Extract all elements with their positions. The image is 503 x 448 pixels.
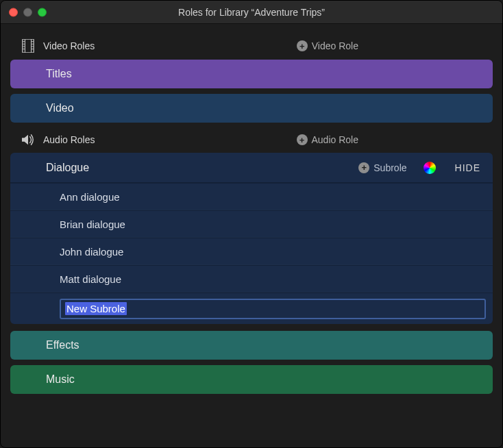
- subrole-label: Matt dialogue: [60, 273, 121, 285]
- subrole-item[interactable]: Brian dialogue: [10, 210, 493, 238]
- role-effects-label: Effects: [46, 339, 79, 351]
- window-controls: [9, 8, 47, 16]
- subrole-label: John dialogue: [60, 246, 123, 258]
- film-icon: [20, 39, 36, 53]
- add-video-role-label: Video Role: [312, 40, 358, 51]
- speaker-icon: [20, 134, 36, 146]
- add-subrole-label: Subrole: [373, 162, 406, 173]
- video-roles-header: Video Roles + Video Role: [10, 34, 493, 60]
- role-music-label: Music: [46, 373, 75, 386]
- subrole-item[interactable]: Ann dialogue: [10, 183, 493, 210]
- content-area: Video Roles + Video Role Titles Video: [1, 24, 502, 409]
- plus-icon: +: [297, 134, 308, 145]
- dialogue-name: Dialogue: [46, 162, 89, 174]
- role-color-picker[interactable]: [424, 162, 436, 174]
- audio-roles-label: Audio Roles: [43, 134, 95, 145]
- add-video-role-button[interactable]: + Video Role: [297, 40, 358, 51]
- role-effects[interactable]: Effects: [10, 331, 493, 360]
- subrole-edit-row: New Subrole: [10, 293, 493, 324]
- add-audio-role-button[interactable]: + Audio Role: [297, 134, 359, 145]
- role-titles[interactable]: Titles: [10, 60, 493, 88]
- role-music[interactable]: Music: [10, 365, 493, 394]
- svg-rect-0: [23, 39, 34, 53]
- role-video-label: Video: [46, 102, 74, 114]
- dialogue-header[interactable]: Dialogue + Subrole HIDE: [10, 153, 493, 183]
- video-roles-label: Video Roles: [43, 40, 95, 51]
- subrole-item[interactable]: Matt dialogue: [10, 265, 493, 293]
- plus-icon: +: [358, 162, 369, 173]
- close-window-button[interactable]: [9, 8, 18, 16]
- subrole-label: Brian dialogue: [60, 219, 125, 230]
- window-title: Roles for Library “Adventure Trips”: [1, 7, 502, 18]
- new-subrole-value: New Subrole: [65, 302, 127, 315]
- plus-icon: +: [297, 40, 308, 51]
- role-titles-label: Titles: [46, 68, 72, 80]
- new-subrole-input[interactable]: New Subrole: [60, 299, 486, 319]
- audio-roles-header: Audio Roles + Audio Role: [10, 128, 493, 153]
- subrole-label: Ann dialogue: [60, 191, 120, 203]
- titlebar: Roles for Library “Adventure Trips”: [1, 1, 502, 24]
- role-video[interactable]: Video: [10, 94, 493, 123]
- add-audio-role-label: Audio Role: [312, 134, 359, 145]
- zoom-window-button[interactable]: [38, 8, 47, 16]
- role-dialogue: Dialogue + Subrole HIDE Ann dialogue Bri…: [10, 153, 493, 324]
- add-subrole-button[interactable]: + Subrole: [358, 162, 406, 173]
- minimize-window-button[interactable]: [23, 8, 32, 16]
- hide-subroles-button[interactable]: HIDE: [455, 162, 480, 173]
- subrole-item[interactable]: John dialogue: [10, 238, 493, 265]
- roles-window: Roles for Library “Adventure Trips”: [0, 0, 503, 448]
